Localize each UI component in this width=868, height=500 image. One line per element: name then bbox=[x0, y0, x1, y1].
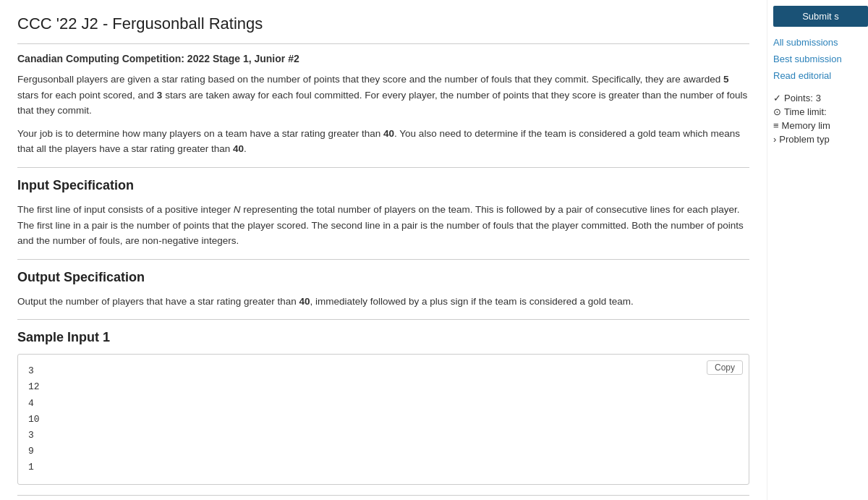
sample-input-block: Copy 3 12 4 10 3 9 1 bbox=[17, 354, 749, 485]
input-heading: Input Specification bbox=[17, 178, 749, 193]
memory-limit-row: ≡ Memory lim bbox=[773, 120, 868, 131]
sidebar: Submit s All submissions Best submission… bbox=[767, 0, 868, 500]
main-content: CCC '22 J2 - Fergusonball Ratings Canadi… bbox=[0, 0, 767, 500]
submit-button[interactable]: Submit s bbox=[773, 6, 868, 27]
points-row: ✓ Points: 3 bbox=[773, 93, 868, 103]
time-limit-label: Time limit: bbox=[784, 106, 827, 117]
chevron-right-icon: › bbox=[773, 134, 776, 145]
page-title: CCC '22 J2 - Fergusonball Ratings bbox=[17, 14, 749, 33]
check-icon: ✓ bbox=[773, 93, 781, 103]
copy-button[interactable]: Copy bbox=[707, 360, 743, 375]
sidebar-info: ✓ Points: 3 ⊙ Time limit: ≡ Memory lim ›… bbox=[773, 93, 868, 145]
output-heading: Output Specification bbox=[17, 270, 749, 285]
problem-type-label: Problem typ bbox=[779, 134, 829, 145]
description-para-1: Fergusonball players are given a star ra… bbox=[17, 72, 749, 119]
section-divider-4 bbox=[17, 495, 749, 496]
memory-limit-label: Memory lim bbox=[782, 120, 830, 131]
clock-icon: ⊙ bbox=[773, 106, 781, 117]
output-description: Output the number of players that have a… bbox=[17, 294, 749, 310]
problem-type-row[interactable]: › Problem typ bbox=[773, 134, 868, 145]
memory-icon: ≡ bbox=[773, 120, 779, 131]
time-limit-row: ⊙ Time limit: bbox=[773, 106, 868, 117]
subtitle: Canadian Computing Competition: 2022 Sta… bbox=[17, 53, 749, 64]
input-description: The first line of input consists of a po… bbox=[17, 202, 749, 249]
points-label: Points: bbox=[784, 93, 813, 103]
section-divider-1 bbox=[17, 167, 749, 168]
all-submissions-link[interactable]: All submissions bbox=[773, 37, 868, 48]
best-submission-link[interactable]: Best submission bbox=[773, 54, 868, 64]
sample-input-heading: Sample Input 1 bbox=[17, 330, 749, 345]
section-divider-2 bbox=[17, 259, 749, 260]
title-divider bbox=[17, 43, 749, 44]
sample-input-code: 3 12 4 10 3 9 1 bbox=[28, 363, 739, 475]
read-editorial-link[interactable]: Read editorial bbox=[773, 70, 868, 81]
points-value: 3 bbox=[816, 93, 821, 103]
description-para-2: Your job is to determine how many player… bbox=[17, 126, 749, 157]
section-divider-3 bbox=[17, 319, 749, 320]
